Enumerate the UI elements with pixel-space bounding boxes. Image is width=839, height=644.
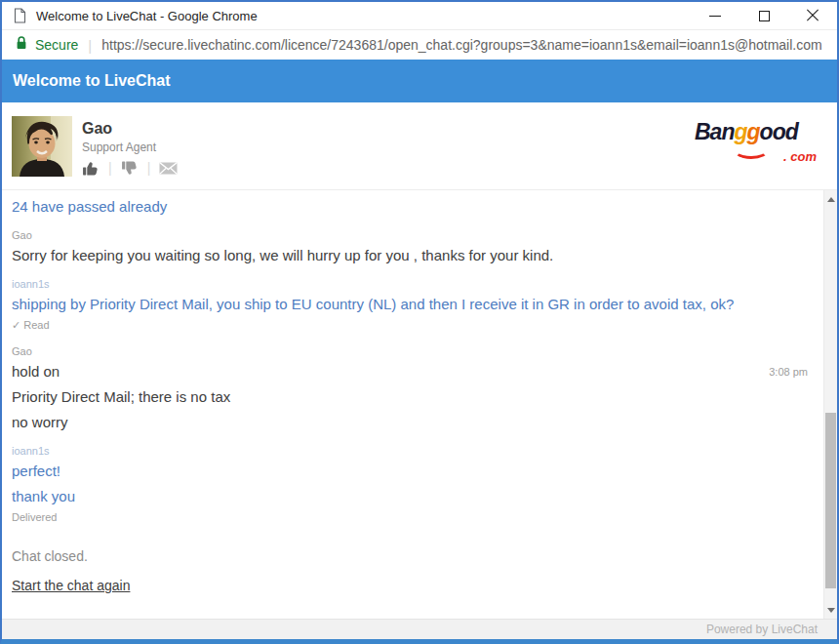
close-button[interactable] xyxy=(788,2,837,29)
minimize-button[interactable] xyxy=(691,2,739,29)
agent-avatar xyxy=(12,116,72,177)
chat-window-title: Welcome to LiveChat xyxy=(13,72,171,90)
start-chat-again-link[interactable]: Start the chat again xyxy=(12,578,130,593)
agent-role: Support Agent xyxy=(82,141,156,154)
agent-bar: Gao Support Agent | xyxy=(2,102,837,189)
maximize-icon xyxy=(759,11,770,21)
scroll-down-icon xyxy=(827,608,835,613)
maximize-button[interactable] xyxy=(739,2,788,29)
brand-text: ood xyxy=(760,119,798,144)
lock-icon[interactable] xyxy=(15,35,28,55)
rating-row: | | xyxy=(82,157,178,179)
banggood-wordmark: Banggood xyxy=(692,120,820,143)
address-bar[interactable]: Secure | https://secure.livechatinc.com/… xyxy=(2,29,837,60)
window-title: Welcome to LiveChat - Google Chrome xyxy=(36,9,691,23)
brand-tld: . com xyxy=(783,149,820,164)
chat-closed-notice: Chat closed. xyxy=(12,548,808,564)
browser-window: Welcome to LiveChat - Google Chrome Secu… xyxy=(0,0,839,644)
rating-separator: | xyxy=(147,160,151,176)
chat-footer: Powered by LiveChat xyxy=(2,619,837,639)
minimize-icon xyxy=(709,16,721,17)
rate-bad-button[interactable] xyxy=(121,160,139,177)
message-author-visitor: ioann1s xyxy=(12,278,808,290)
message-status-delivered: Delivered xyxy=(12,511,808,523)
agent-message: hold on xyxy=(12,363,60,381)
thumbs-up-icon xyxy=(82,160,100,177)
scroll-up-button[interactable] xyxy=(824,192,837,206)
smile-icon xyxy=(734,141,769,159)
title-bar: Welcome to LiveChat - Google Chrome xyxy=(2,2,837,29)
scroll-down-button[interactable] xyxy=(824,603,837,617)
rating-separator: | xyxy=(108,160,112,176)
agent-name: Gao xyxy=(82,120,112,138)
status-label: Read xyxy=(23,319,49,331)
banggood-logo: Banggood . com xyxy=(692,113,820,170)
check-icon: ✓ xyxy=(12,319,20,331)
thumbs-down-icon xyxy=(121,160,139,177)
brand-text: Ban xyxy=(695,119,734,144)
powered-by-label: Powered by LiveChat xyxy=(706,623,818,636)
visitor-message: 24 have passed already xyxy=(12,198,808,216)
window-controls xyxy=(691,2,837,29)
close-icon xyxy=(806,9,819,22)
agent-message: Priority Direct Mail; there is no tax xyxy=(12,388,808,406)
secure-label[interactable]: Secure xyxy=(35,37,78,53)
brand-g2: g xyxy=(747,119,760,144)
email-icon xyxy=(159,162,178,175)
email-transcript-button[interactable] xyxy=(159,162,178,175)
chat-transcript: 24 have passed already Gao Sorry for kee… xyxy=(2,189,837,619)
page-icon xyxy=(14,8,26,23)
chat-window-header: Welcome to LiveChat xyxy=(2,60,837,102)
message-timestamp: 3:08 pm xyxy=(769,363,808,381)
url-separator: | xyxy=(88,37,92,54)
chat-scrollbar[interactable] xyxy=(823,190,837,619)
url-text[interactable]: https://secure.livechatinc.com/licence/7… xyxy=(101,37,821,53)
visitor-message: shipping by Priority Direct Mail, you sh… xyxy=(12,296,808,313)
message-author-visitor: ioann1s xyxy=(12,445,808,457)
agent-message: no worry xyxy=(12,414,808,431)
message-author-agent: Gao xyxy=(12,229,808,241)
visitor-message: thank you xyxy=(12,488,808,505)
visitor-message: perfect! xyxy=(12,463,808,480)
agent-message: Sorry for keeping you waiting so long, w… xyxy=(12,247,808,264)
scroll-up-icon xyxy=(827,197,835,202)
rate-good-button[interactable] xyxy=(82,160,100,177)
scrollbar-thumb[interactable] xyxy=(825,413,836,588)
agent-message-row: hold on 3:08 pm xyxy=(12,363,808,381)
brand-g1: g xyxy=(734,119,746,144)
message-status-read: ✓Read xyxy=(12,319,808,332)
message-author-agent: Gao xyxy=(12,345,808,357)
